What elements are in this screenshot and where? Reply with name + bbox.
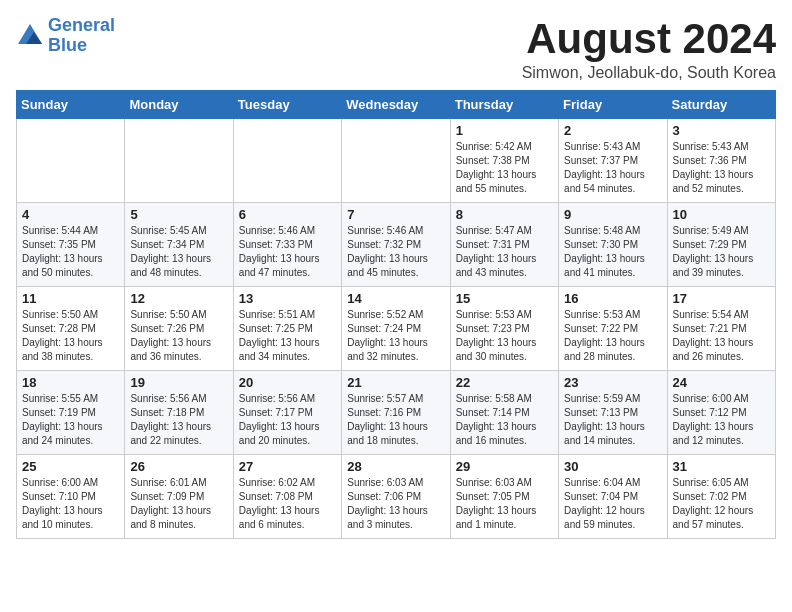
calendar-cell: 23Sunrise: 5:59 AM Sunset: 7:13 PM Dayli… bbox=[559, 371, 667, 455]
day-number: 21 bbox=[347, 375, 444, 390]
calendar-cell: 12Sunrise: 5:50 AM Sunset: 7:26 PM Dayli… bbox=[125, 287, 233, 371]
day-info: Sunrise: 6:03 AM Sunset: 7:06 PM Dayligh… bbox=[347, 476, 444, 532]
col-header-tuesday: Tuesday bbox=[233, 91, 341, 119]
calendar-cell: 6Sunrise: 5:46 AM Sunset: 7:33 PM Daylig… bbox=[233, 203, 341, 287]
day-number: 26 bbox=[130, 459, 227, 474]
day-number: 16 bbox=[564, 291, 661, 306]
logo-text: General Blue bbox=[48, 16, 115, 56]
day-number: 17 bbox=[673, 291, 770, 306]
calendar-cell: 3Sunrise: 5:43 AM Sunset: 7:36 PM Daylig… bbox=[667, 119, 775, 203]
title-block: August 2024 Simwon, Jeollabuk-do, South … bbox=[522, 16, 776, 82]
day-info: Sunrise: 5:51 AM Sunset: 7:25 PM Dayligh… bbox=[239, 308, 336, 364]
day-info: Sunrise: 5:50 AM Sunset: 7:26 PM Dayligh… bbox=[130, 308, 227, 364]
day-info: Sunrise: 5:53 AM Sunset: 7:23 PM Dayligh… bbox=[456, 308, 553, 364]
calendar-cell: 1Sunrise: 5:42 AM Sunset: 7:38 PM Daylig… bbox=[450, 119, 558, 203]
day-info: Sunrise: 6:02 AM Sunset: 7:08 PM Dayligh… bbox=[239, 476, 336, 532]
location: Simwon, Jeollabuk-do, South Korea bbox=[522, 64, 776, 82]
calendar-cell: 2Sunrise: 5:43 AM Sunset: 7:37 PM Daylig… bbox=[559, 119, 667, 203]
day-number: 13 bbox=[239, 291, 336, 306]
day-number: 6 bbox=[239, 207, 336, 222]
day-info: Sunrise: 5:50 AM Sunset: 7:28 PM Dayligh… bbox=[22, 308, 119, 364]
day-info: Sunrise: 5:42 AM Sunset: 7:38 PM Dayligh… bbox=[456, 140, 553, 196]
calendar-table: SundayMondayTuesdayWednesdayThursdayFrid… bbox=[16, 90, 776, 539]
calendar-cell: 10Sunrise: 5:49 AM Sunset: 7:29 PM Dayli… bbox=[667, 203, 775, 287]
day-number: 23 bbox=[564, 375, 661, 390]
day-number: 10 bbox=[673, 207, 770, 222]
day-info: Sunrise: 5:43 AM Sunset: 7:36 PM Dayligh… bbox=[673, 140, 770, 196]
day-info: Sunrise: 6:03 AM Sunset: 7:05 PM Dayligh… bbox=[456, 476, 553, 532]
day-info: Sunrise: 5:52 AM Sunset: 7:24 PM Dayligh… bbox=[347, 308, 444, 364]
day-info: Sunrise: 6:04 AM Sunset: 7:04 PM Dayligh… bbox=[564, 476, 661, 532]
day-info: Sunrise: 5:48 AM Sunset: 7:30 PM Dayligh… bbox=[564, 224, 661, 280]
day-number: 4 bbox=[22, 207, 119, 222]
calendar-cell: 26Sunrise: 6:01 AM Sunset: 7:09 PM Dayli… bbox=[125, 455, 233, 539]
calendar-cell: 21Sunrise: 5:57 AM Sunset: 7:16 PM Dayli… bbox=[342, 371, 450, 455]
day-info: Sunrise: 5:47 AM Sunset: 7:31 PM Dayligh… bbox=[456, 224, 553, 280]
day-number: 14 bbox=[347, 291, 444, 306]
day-info: Sunrise: 5:49 AM Sunset: 7:29 PM Dayligh… bbox=[673, 224, 770, 280]
day-info: Sunrise: 6:00 AM Sunset: 7:10 PM Dayligh… bbox=[22, 476, 119, 532]
day-info: Sunrise: 5:46 AM Sunset: 7:33 PM Dayligh… bbox=[239, 224, 336, 280]
calendar-cell: 20Sunrise: 5:56 AM Sunset: 7:17 PM Dayli… bbox=[233, 371, 341, 455]
day-number: 2 bbox=[564, 123, 661, 138]
calendar-cell: 27Sunrise: 6:02 AM Sunset: 7:08 PM Dayli… bbox=[233, 455, 341, 539]
day-number: 12 bbox=[130, 291, 227, 306]
logo: General Blue bbox=[16, 16, 115, 56]
day-number: 24 bbox=[673, 375, 770, 390]
day-number: 25 bbox=[22, 459, 119, 474]
calendar-cell: 18Sunrise: 5:55 AM Sunset: 7:19 PM Dayli… bbox=[17, 371, 125, 455]
calendar-cell: 5Sunrise: 5:45 AM Sunset: 7:34 PM Daylig… bbox=[125, 203, 233, 287]
day-number: 22 bbox=[456, 375, 553, 390]
calendar-cell: 25Sunrise: 6:00 AM Sunset: 7:10 PM Dayli… bbox=[17, 455, 125, 539]
day-number: 18 bbox=[22, 375, 119, 390]
day-info: Sunrise: 5:59 AM Sunset: 7:13 PM Dayligh… bbox=[564, 392, 661, 448]
day-number: 7 bbox=[347, 207, 444, 222]
calendar-cell: 16Sunrise: 5:53 AM Sunset: 7:22 PM Dayli… bbox=[559, 287, 667, 371]
calendar-cell bbox=[17, 119, 125, 203]
day-number: 5 bbox=[130, 207, 227, 222]
calendar-cell: 28Sunrise: 6:03 AM Sunset: 7:06 PM Dayli… bbox=[342, 455, 450, 539]
calendar-cell: 11Sunrise: 5:50 AM Sunset: 7:28 PM Dayli… bbox=[17, 287, 125, 371]
calendar-cell: 9Sunrise: 5:48 AM Sunset: 7:30 PM Daylig… bbox=[559, 203, 667, 287]
day-number: 29 bbox=[456, 459, 553, 474]
day-number: 8 bbox=[456, 207, 553, 222]
calendar-cell: 29Sunrise: 6:03 AM Sunset: 7:05 PM Dayli… bbox=[450, 455, 558, 539]
calendar-cell: 30Sunrise: 6:04 AM Sunset: 7:04 PM Dayli… bbox=[559, 455, 667, 539]
day-info: Sunrise: 5:43 AM Sunset: 7:37 PM Dayligh… bbox=[564, 140, 661, 196]
col-header-monday: Monday bbox=[125, 91, 233, 119]
page-header: General Blue August 2024 Simwon, Jeollab… bbox=[16, 16, 776, 82]
day-number: 19 bbox=[130, 375, 227, 390]
day-number: 28 bbox=[347, 459, 444, 474]
day-info: Sunrise: 6:01 AM Sunset: 7:09 PM Dayligh… bbox=[130, 476, 227, 532]
calendar-cell: 19Sunrise: 5:56 AM Sunset: 7:18 PM Dayli… bbox=[125, 371, 233, 455]
day-info: Sunrise: 6:05 AM Sunset: 7:02 PM Dayligh… bbox=[673, 476, 770, 532]
day-number: 27 bbox=[239, 459, 336, 474]
day-info: Sunrise: 5:56 AM Sunset: 7:17 PM Dayligh… bbox=[239, 392, 336, 448]
calendar-cell: 15Sunrise: 5:53 AM Sunset: 7:23 PM Dayli… bbox=[450, 287, 558, 371]
day-info: Sunrise: 5:56 AM Sunset: 7:18 PM Dayligh… bbox=[130, 392, 227, 448]
day-info: Sunrise: 5:45 AM Sunset: 7:34 PM Dayligh… bbox=[130, 224, 227, 280]
calendar-cell: 8Sunrise: 5:47 AM Sunset: 7:31 PM Daylig… bbox=[450, 203, 558, 287]
calendar-cell: 7Sunrise: 5:46 AM Sunset: 7:32 PM Daylig… bbox=[342, 203, 450, 287]
calendar-cell: 14Sunrise: 5:52 AM Sunset: 7:24 PM Dayli… bbox=[342, 287, 450, 371]
day-info: Sunrise: 5:44 AM Sunset: 7:35 PM Dayligh… bbox=[22, 224, 119, 280]
day-info: Sunrise: 5:54 AM Sunset: 7:21 PM Dayligh… bbox=[673, 308, 770, 364]
calendar-cell bbox=[125, 119, 233, 203]
month-title: August 2024 bbox=[522, 16, 776, 62]
day-number: 31 bbox=[673, 459, 770, 474]
col-header-friday: Friday bbox=[559, 91, 667, 119]
day-number: 3 bbox=[673, 123, 770, 138]
calendar-cell: 4Sunrise: 5:44 AM Sunset: 7:35 PM Daylig… bbox=[17, 203, 125, 287]
calendar-cell: 13Sunrise: 5:51 AM Sunset: 7:25 PM Dayli… bbox=[233, 287, 341, 371]
day-number: 11 bbox=[22, 291, 119, 306]
col-header-sunday: Sunday bbox=[17, 91, 125, 119]
calendar-cell bbox=[342, 119, 450, 203]
day-info: Sunrise: 5:55 AM Sunset: 7:19 PM Dayligh… bbox=[22, 392, 119, 448]
day-number: 30 bbox=[564, 459, 661, 474]
calendar-cell: 24Sunrise: 6:00 AM Sunset: 7:12 PM Dayli… bbox=[667, 371, 775, 455]
calendar-cell: 22Sunrise: 5:58 AM Sunset: 7:14 PM Dayli… bbox=[450, 371, 558, 455]
day-info: Sunrise: 5:58 AM Sunset: 7:14 PM Dayligh… bbox=[456, 392, 553, 448]
calendar-cell bbox=[233, 119, 341, 203]
day-info: Sunrise: 5:53 AM Sunset: 7:22 PM Dayligh… bbox=[564, 308, 661, 364]
day-number: 1 bbox=[456, 123, 553, 138]
